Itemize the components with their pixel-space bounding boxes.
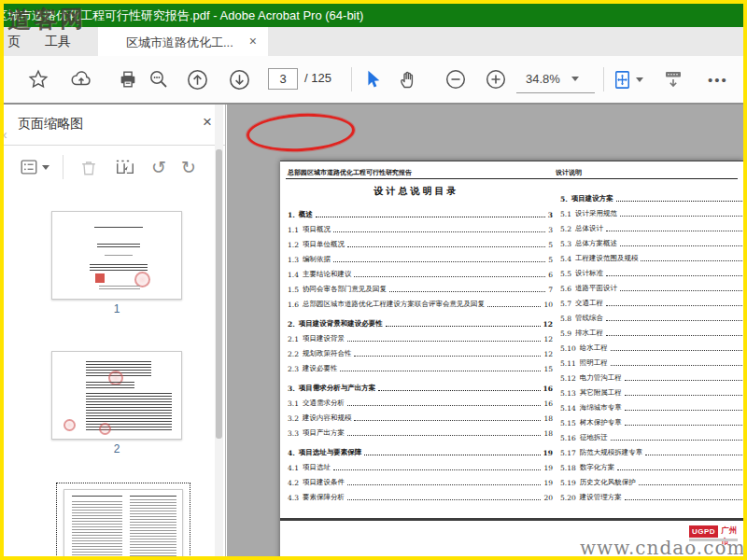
tab-document[interactable]: 区城市道路优化工... × xyxy=(98,27,268,56)
footer-rule xyxy=(280,518,743,521)
more-tools-button[interactable]: ••• xyxy=(699,56,737,103)
panel-close-icon[interactable]: × xyxy=(203,113,212,132)
thumbnail-content xyxy=(130,499,176,556)
toc-entry: 5.11 照明工程 xyxy=(560,353,743,368)
toc-entry: 5.3 总体方案概述 xyxy=(560,233,743,248)
screenshot-frame: 区城市道路优化工程可行性研究报告.pdf - Adobe Acrobat Pro… xyxy=(0,0,747,560)
dotted-leader xyxy=(620,216,743,217)
dotted-leader xyxy=(347,484,542,485)
chevron-down-icon xyxy=(636,77,643,82)
sidebar-scrollbar-thumb[interactable] xyxy=(216,149,222,439)
tab-bar: 页 工具 区城市道路优化工... × xyxy=(4,27,743,56)
toc-entry: 5.14 海绵城市专章 xyxy=(560,398,743,413)
delete-pages-button[interactable] xyxy=(78,157,99,177)
toc-entry: 3.2 建设内容和规模 18 xyxy=(288,408,553,423)
window-title: 区城市道路优化工程可行性研究报告.pdf - Adobe Acrobat Pro… xyxy=(4,7,363,24)
toolbar-separator xyxy=(603,67,604,91)
document-pane: 总部园区城市道路优化工程可行性研究报告 设计说明 设计总说明目录 1. 概述 3 xyxy=(227,105,743,556)
previous-page-button[interactable] xyxy=(181,56,213,103)
toc-entry: 5.10 给水工程 xyxy=(560,338,743,353)
star-favorites-button[interactable] xyxy=(22,56,54,103)
zoom-level-dropdown[interactable]: 34.8% xyxy=(516,65,595,93)
red-seal xyxy=(99,423,111,435)
pdf-page: 总部园区城市道路优化工程可行性研究报告 设计说明 设计总说明目录 1. 概述 3 xyxy=(280,161,743,556)
thumbnail-label-2: 2 xyxy=(51,442,182,455)
toc-entry: 5.17 防范大规模拆建专章 xyxy=(560,442,743,457)
dotted-leader xyxy=(487,306,542,307)
select-arrow-icon xyxy=(362,69,383,90)
search-icon xyxy=(148,68,170,91)
toc-entry: 5. 项目建设方案 xyxy=(560,189,743,203)
arrow-down-circle-icon xyxy=(228,68,251,91)
dotted-leader xyxy=(606,320,743,321)
star-icon xyxy=(28,69,49,90)
toc-entry: 5.2 总体设计 xyxy=(560,218,743,233)
dotted-leader xyxy=(347,499,542,500)
rotate-cw-button[interactable]: ↻ xyxy=(181,157,196,177)
toc-entry: 5.1 设计采用规范 xyxy=(560,203,743,218)
panel-title: 页面缩略图 xyxy=(18,116,83,133)
toc-entry: 1. 概述 3 xyxy=(288,204,553,219)
dotted-leader xyxy=(641,260,743,261)
toc-entry: 4.1 项目选址 19 xyxy=(288,457,553,472)
thumbnail-list: 1 2 xyxy=(4,189,212,556)
zoom-in-button[interactable] xyxy=(480,56,512,103)
sidebar-scrollbar[interactable] xyxy=(215,105,223,556)
rotate-ccw-button[interactable]: ↺ xyxy=(151,157,166,177)
page-number-input[interactable]: 3 xyxy=(268,68,298,90)
tab-tools[interactable]: 工具 xyxy=(32,27,84,56)
chevron-down-icon xyxy=(571,77,579,81)
content-area: ‹ 页面缩略图 × ↺ ↻ xyxy=(4,105,743,556)
dotted-leader xyxy=(347,435,542,436)
search-button[interactable] xyxy=(143,56,175,103)
toc-entry: 5.16 征地拆迁 xyxy=(560,427,743,442)
page-thumbnails-panel: ‹ 页面缩略图 × ↺ ↻ xyxy=(4,105,226,556)
dotted-leader xyxy=(347,405,542,406)
thumbnail-page-1[interactable] xyxy=(51,211,182,300)
panel-header: 页面缩略图 × xyxy=(4,105,225,146)
thumbnail-page-2[interactable] xyxy=(51,351,182,440)
zoom-level-value: 34.8% xyxy=(526,72,560,86)
page-fit-button[interactable] xyxy=(609,56,646,103)
dotted-leader xyxy=(354,276,545,277)
toc-entry: 5.19 历史文化风貌保护 xyxy=(560,472,743,487)
plus-circle-icon xyxy=(485,68,507,91)
print-button[interactable] xyxy=(112,56,144,103)
toc-entry: 2.1 项目建设背景 12 xyxy=(288,329,553,343)
red-stamp xyxy=(95,273,105,283)
arrow-up-circle-icon xyxy=(186,68,209,91)
hand-icon xyxy=(397,68,419,91)
select-tool-button[interactable] xyxy=(357,56,388,103)
title-bar: 区城市道路优化工程可行性研究报告.pdf - Adobe Acrobat Pro… xyxy=(4,4,743,27)
thumbnail-options-button[interactable] xyxy=(19,157,49,177)
next-page-button[interactable] xyxy=(223,56,255,103)
minus-circle-icon xyxy=(444,68,467,91)
toc-entry: 5.5 设计标准 xyxy=(560,263,743,278)
toc-entry: 1.5 协同会审各部门意见及回复 7 xyxy=(288,279,553,294)
tab-close-icon[interactable]: × xyxy=(249,34,257,49)
thumbnail-content xyxy=(90,264,148,271)
thumbnail-label-1: 1 xyxy=(51,302,182,315)
ellipsis-icon: ••• xyxy=(708,72,728,88)
dotted-leader xyxy=(347,341,542,342)
dotted-leader xyxy=(625,499,743,500)
hand-tool-button[interactable] xyxy=(392,56,424,103)
toc-entry: 4.3 要素保障分析 20 xyxy=(288,487,553,502)
share-upload-button[interactable] xyxy=(65,56,97,103)
tab-home-partial[interactable]: 页 xyxy=(4,27,30,56)
toc-entry: 5.8 管线综合 xyxy=(560,308,743,323)
toolbar-collapse-icon xyxy=(662,68,684,91)
thumbnail-content xyxy=(105,255,133,258)
hide-toolbar-button[interactable] xyxy=(657,56,689,103)
dotted-leader xyxy=(617,469,743,470)
toc-entry: 5.9 排水工程 xyxy=(560,323,743,338)
options-list-icon xyxy=(19,157,39,177)
dotted-leader xyxy=(620,290,743,291)
extract-pages-button[interactable] xyxy=(114,157,136,177)
pdf-header-right: 设计说明 xyxy=(556,168,582,177)
chevron-down-icon xyxy=(42,165,49,170)
dotted-leader xyxy=(347,246,545,247)
thumbnail-page-3-selected[interactable] xyxy=(56,483,190,556)
toc-entry: 4. 项目选址与要素保障 19 xyxy=(288,442,553,457)
zoom-out-button[interactable] xyxy=(440,56,472,103)
